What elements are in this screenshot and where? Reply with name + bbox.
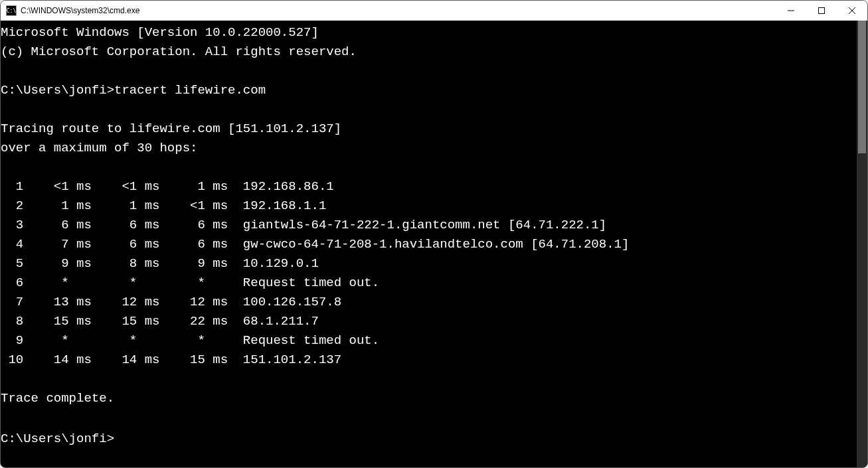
cmd-window: C:\ C:\WINDOWS\system32\cmd.exe Microsof…: [0, 0, 868, 468]
terminal-output[interactable]: Microsoft Windows [Version 10.0.22000.52…: [1, 21, 857, 467]
cmd-icon: C:\: [6, 5, 17, 16]
titlebar[interactable]: C:\ C:\WINDOWS\system32\cmd.exe: [1, 1, 867, 21]
cursor: [114, 430, 122, 445]
scrollbar[interactable]: [857, 21, 867, 467]
window-controls: [776, 1, 867, 21]
scrollbar-thumb[interactable]: [858, 21, 866, 153]
window-title: C:\WINDOWS\system32\cmd.exe: [21, 6, 139, 15]
minimize-button[interactable]: [776, 1, 806, 21]
svg-rect-1: [819, 8, 825, 14]
maximize-button[interactable]: [806, 1, 837, 21]
close-button[interactable]: [837, 1, 867, 21]
